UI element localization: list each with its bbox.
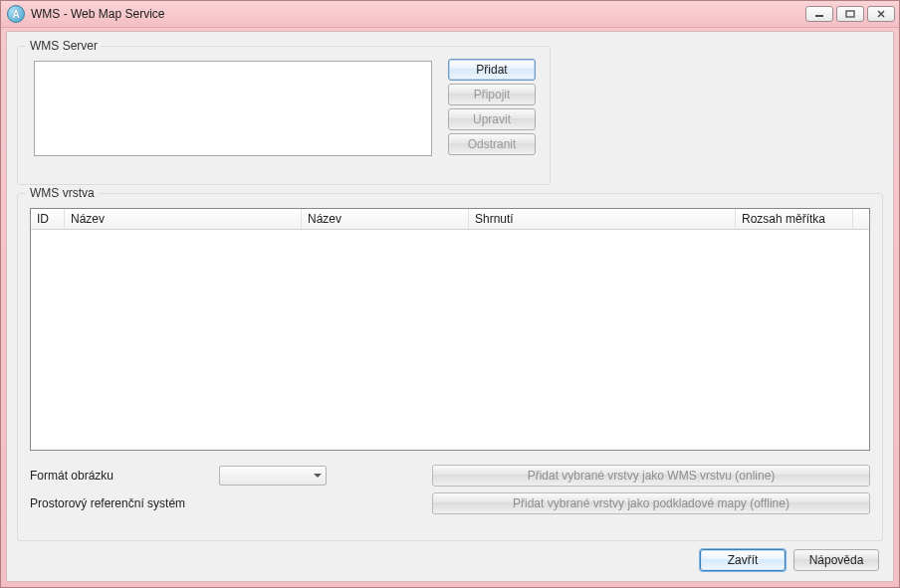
add-offline-button[interactable]: Přidat vybrané vrstvy jako podkladové ma… [432,492,870,514]
close-button[interactable] [867,6,895,22]
layer-table-header: ID Název Název Shrnutí Rozsah měřítka [31,209,869,230]
chevron-down-icon [314,474,322,478]
window-title: WMS - Web Map Service [31,7,805,21]
image-format-label: Formát obrázku [30,469,219,483]
wms-server-label: WMS Server [26,39,102,53]
server-list[interactable] [34,61,432,156]
column-summary[interactable]: Shrnutí [469,209,736,229]
layer-table[interactable]: ID Název Název Shrnutí Rozsah měřítka [30,208,870,451]
column-id[interactable]: ID [31,209,65,229]
wms-dialog: A WMS - Web Map Service WMS Server Přida… [0,0,900,588]
help-button[interactable]: Nápověda [793,549,879,571]
server-buttons: Přidat Připojit Upravit Odstranit [448,59,536,155]
svg-rect-0 [815,15,823,17]
close-dialog-button[interactable]: Zavřít [700,549,786,571]
window-controls [805,6,895,22]
svg-rect-1 [846,11,854,17]
remove-server-button[interactable]: Odstranit [448,133,536,155]
wms-layer-group: WMS vrstva ID Název Název Shrnutí Rozsah… [17,193,883,541]
column-spacer [853,209,869,229]
wms-layer-label: WMS vrstva [26,186,99,200]
add-online-button[interactable]: Přidat vybrané vrstvy jako WMS vrstvu (o… [432,465,870,487]
app-icon: A [7,5,25,23]
image-format-combo[interactable] [219,466,327,486]
column-name-1[interactable]: Název [65,209,302,229]
add-server-button[interactable]: Přidat [448,59,536,81]
column-scale[interactable]: Rozsah měřítka [736,209,853,229]
srs-label: Prostorový referenční systém [30,496,219,510]
edit-server-button[interactable]: Upravit [448,108,536,130]
minimize-button[interactable] [805,6,833,22]
title-bar[interactable]: A WMS - Web Map Service [1,1,899,28]
maximize-button[interactable] [836,6,864,22]
srs-row: Prostorový referenční systém Přidat vybr… [30,492,870,514]
column-name-2[interactable]: Název [302,209,469,229]
client-area: WMS Server Přidat Připojit Upravit Odstr… [6,31,894,582]
connect-server-button[interactable]: Připojit [448,84,536,105]
dialog-footer: Zavřít Nápověda [700,549,879,571]
wms-server-group: WMS Server Přidat Připojit Upravit Odstr… [17,46,551,185]
image-format-row: Formát obrázku Přidat vybrané vrstvy jak… [30,465,870,487]
